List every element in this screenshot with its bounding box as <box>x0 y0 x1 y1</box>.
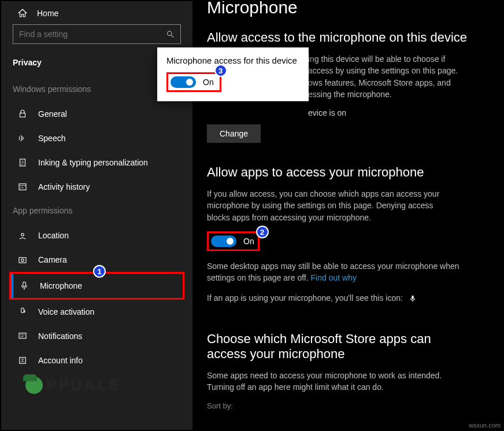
clipboard-icon <box>17 157 28 168</box>
sidebar-item-account[interactable]: Account info <box>1 348 192 373</box>
nav-label: Notifications <box>38 331 82 341</box>
speech-icon <box>17 133 28 143</box>
search-input[interactable] <box>19 30 166 39</box>
search-icon <box>166 30 175 39</box>
notifications-icon <box>17 331 28 341</box>
sidebar-item-notifications[interactable]: Notifications <box>1 324 192 348</box>
nav-label: Microphone <box>40 281 82 290</box>
sidebar-home[interactable]: Home <box>1 5 192 24</box>
toggle-switch[interactable] <box>211 235 236 247</box>
callout-3: 3 <box>214 64 227 77</box>
nav-label: Inking & typing personalization <box>38 158 148 167</box>
page-title: Microphone <box>207 1 489 17</box>
microphone-icon <box>19 281 29 291</box>
svg-rect-21 <box>412 296 414 299</box>
sidebar-item-inking[interactable]: Inking & typing personalization <box>1 150 192 175</box>
sidebar-item-activity[interactable]: Activity history <box>1 175 192 199</box>
section2-heading: Allow apps to access your microphone <box>207 165 489 180</box>
toggle-switch[interactable] <box>171 76 196 88</box>
callout-1: 1 <box>93 265 106 278</box>
section3-heading: Choose which Microsoft Store apps can ac… <box>207 331 461 362</box>
sidebar-item-location[interactable]: Location <box>1 223 192 248</box>
section1-desc: ing this device will be able to choose i… <box>308 53 470 100</box>
svg-rect-14 <box>23 282 26 286</box>
lock-icon <box>17 109 28 119</box>
section2-iconline: If an app is using your microphone, you'… <box>207 292 455 304</box>
section1-heading: Allow access to the microphone on this d… <box>207 30 489 45</box>
find-out-why-link[interactable]: Find out why <box>311 273 357 282</box>
home-icon <box>17 8 28 19</box>
toggle-label: On <box>243 237 254 246</box>
watermark-text: PPUALS <box>46 376 121 394</box>
nav-label: Speech <box>38 134 65 143</box>
svg-point-0 <box>167 31 172 36</box>
nav-label: Camera <box>38 255 67 264</box>
section3-desc: Some apps need to access your microphone… <box>207 370 455 393</box>
section-app-permissions: App permissions <box>1 199 192 223</box>
sidebar-item-general[interactable]: General <box>1 102 192 126</box>
camera-icon <box>17 255 28 265</box>
home-label: Home <box>37 9 58 18</box>
sidebar-item-voice[interactable]: Voice activation <box>1 300 192 324</box>
nav-label: Activity history <box>38 182 90 191</box>
svg-rect-2 <box>20 113 25 117</box>
nav-label: General <box>38 109 67 119</box>
popup-title: Microphone access for this device <box>166 56 299 65</box>
svg-point-11 <box>21 233 24 236</box>
svg-rect-3 <box>20 159 25 166</box>
svg-point-20 <box>22 359 24 360</box>
voice-icon <box>17 307 28 317</box>
change-button[interactable]: Change <box>207 124 261 143</box>
svg-rect-15 <box>21 308 24 312</box>
section1-status: evice is on <box>308 108 489 117</box>
svg-point-13 <box>21 259 24 262</box>
device-access-toggle[interactable]: On <box>166 72 221 92</box>
location-icon <box>17 230 28 241</box>
microphone-status-icon <box>409 294 417 303</box>
svg-rect-12 <box>19 257 26 263</box>
nav-label: Location <box>38 231 69 240</box>
source-caption: wsxun.com <box>469 422 501 429</box>
sidebar-item-speech[interactable]: Speech <box>1 126 192 150</box>
section2-note: Some desktop apps may still be able to a… <box>207 260 473 284</box>
watermark: PPUALS <box>25 376 121 394</box>
activity-icon <box>17 182 28 192</box>
watermark-avatar <box>25 377 43 394</box>
search-box[interactable] <box>13 24 181 44</box>
apps-toggle[interactable]: On <box>207 231 260 251</box>
microphone-access-popup: Microphone access for this device On 3 <box>157 47 309 101</box>
nav-label: Voice activation <box>38 307 94 316</box>
section2-desc: If you allow access, you can choose whic… <box>207 188 455 223</box>
toggle-label: On <box>203 78 214 87</box>
svg-line-1 <box>171 35 173 38</box>
callout-2: 2 <box>256 226 269 238</box>
account-icon <box>17 355 28 366</box>
sort-by-label: Sort by: <box>207 401 489 410</box>
nav-label: Account info <box>38 356 83 365</box>
svg-rect-16 <box>19 333 26 338</box>
